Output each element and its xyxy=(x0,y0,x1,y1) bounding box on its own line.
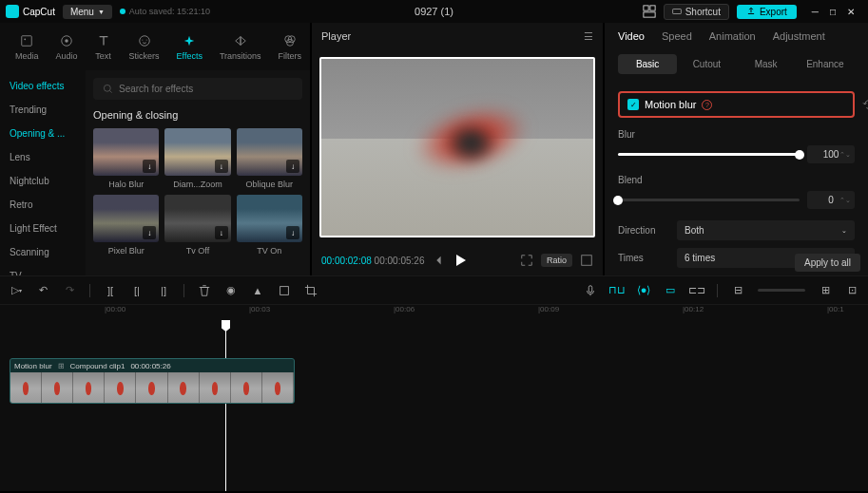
effect-card[interactable]: ↓TV On xyxy=(237,195,302,256)
zoom-in-button[interactable]: ⊞ xyxy=(819,284,832,297)
apply-all-button[interactable]: Apply to all xyxy=(795,254,860,272)
basic-subtab[interactable]: Basic xyxy=(618,54,677,74)
player-menu-icon[interactable]: ☰ xyxy=(584,30,593,43)
tab-audio[interactable]: Audio xyxy=(48,28,86,65)
blur-slider[interactable] xyxy=(618,153,800,156)
player-panel: Player ☰ 00:00:02:08 00:00:05:26 Ratio xyxy=(312,23,603,275)
direction-label: Direction xyxy=(618,225,665,236)
svg-point-8 xyxy=(139,36,149,47)
magnet-on-button[interactable]: ⊓⊔ xyxy=(610,284,624,297)
speed-tab[interactable]: Speed xyxy=(662,30,692,42)
cat-nightclub[interactable]: Nightclub xyxy=(0,169,86,193)
checkbox-icon[interactable]: ✓ xyxy=(627,99,639,110)
clip-name: Compound clip1 xyxy=(70,362,125,370)
split-button[interactable]: ]​[ xyxy=(104,284,117,297)
effect-card[interactable]: ↓Oblique Blur xyxy=(237,128,302,189)
download-icon[interactable]: ↓ xyxy=(286,160,299,173)
link-on-button[interactable]: ⟨●⟩ xyxy=(637,284,650,297)
ratio-button[interactable]: Ratio xyxy=(541,254,572,267)
effect-card[interactable]: ↓Halo Blur xyxy=(93,128,159,189)
properties-panel: Video Speed Animation Adjustment Basic C… xyxy=(605,23,868,275)
fit-button[interactable]: ⊡ xyxy=(845,284,858,297)
timeline-tracks[interactable]: ◇ 🔒 🔇 👁 Motion blur ⊞ Compound clip1 00:… xyxy=(0,324,868,491)
svg-rect-2 xyxy=(644,12,655,17)
zoom-slider[interactable] xyxy=(758,289,805,292)
cat-lens[interactable]: Lens xyxy=(0,145,86,169)
minimize-button[interactable]: ─ xyxy=(812,7,819,17)
playhead[interactable] xyxy=(225,324,226,491)
download-icon[interactable]: ↓ xyxy=(286,226,299,239)
animation-tab[interactable]: Animation xyxy=(709,30,756,42)
motion-blur-toggle[interactable]: ✓ Motion blur ? xyxy=(618,91,855,118)
reset-icon[interactable] xyxy=(862,98,868,111)
effect-card[interactable]: ↓Tv Off xyxy=(164,195,230,256)
redo-button[interactable]: ↷ xyxy=(63,284,76,297)
menu-button[interactable]: Menu ▼ xyxy=(63,5,112,19)
tab-effects[interactable]: Effects xyxy=(169,28,210,65)
export-button[interactable]: Export xyxy=(737,5,797,19)
effect-card[interactable]: ↓Pixel Blur xyxy=(93,195,159,256)
project-title: 0927 (1) xyxy=(415,6,453,17)
effects-header[interactable]: Video effects xyxy=(0,74,86,98)
adjustment-tab[interactable]: Adjustment xyxy=(773,30,825,42)
blur-value[interactable]: 100 xyxy=(807,145,855,163)
timeline-clip[interactable]: Motion blur ⊞ Compound clip1 00:00:05:26 xyxy=(10,358,295,404)
download-icon[interactable]: ↓ xyxy=(215,160,228,173)
direction-dropdown[interactable]: Both⌄ xyxy=(677,220,855,240)
timeline-ruler[interactable]: |00:00 |00:03 |00:06 |00:09 |00:12 |00:1 xyxy=(0,305,868,324)
tab-transitions[interactable]: Transitions xyxy=(212,28,269,65)
play-button[interactable] xyxy=(453,253,468,268)
player-viewport[interactable] xyxy=(319,57,595,237)
cat-retro[interactable]: Retro xyxy=(0,193,86,217)
expand-button[interactable] xyxy=(580,254,593,267)
cutout-subtab[interactable]: Cutout xyxy=(677,54,736,74)
search-input[interactable] xyxy=(93,78,302,100)
effect-card[interactable]: ↓Diam...Zoom xyxy=(164,128,230,189)
undo-button[interactable]: ↶ xyxy=(36,284,49,297)
cat-opening[interactable]: Opening & ... xyxy=(0,122,86,145)
download-icon[interactable]: ↓ xyxy=(143,226,156,239)
enhance-subtab[interactable]: Enhance xyxy=(796,54,855,74)
split-left-button[interactable]: [​| xyxy=(130,284,144,297)
cat-lighteffect[interactable]: Light Effect xyxy=(0,217,86,240)
tab-stickers[interactable]: Stickers xyxy=(122,28,167,65)
prev-frame-button[interactable] xyxy=(432,254,445,267)
record-button[interactable]: ◉ xyxy=(224,284,238,297)
svg-rect-0 xyxy=(644,6,648,10)
tab-filters[interactable]: Filters xyxy=(271,28,310,65)
times-label: Times xyxy=(618,253,665,263)
timeline-panel: ▷▾ ↶ ↷ ]​[ [​| |​] ◉ ▲ ⊓⊔ ⟨●⟩ ▭ ⊏⊐ ⊟ ⊞ ⊡… xyxy=(0,275,868,491)
shortcut-button[interactable]: Shortcut xyxy=(664,4,729,20)
svg-rect-3 xyxy=(672,9,681,14)
help-icon[interactable]: ? xyxy=(702,100,712,110)
time-display: 00:00:02:08 00:00:05:26 xyxy=(321,256,424,266)
maximize-button[interactable]: □ xyxy=(830,7,836,17)
zoom-out-button[interactable]: ⊟ xyxy=(731,284,744,297)
tab-text[interactable]: Text xyxy=(87,28,120,65)
download-icon[interactable]: ↓ xyxy=(143,160,156,173)
preview-on-button[interactable]: ▭ xyxy=(664,284,677,297)
freeze-button[interactable] xyxy=(278,284,291,297)
crop-button[interactable] xyxy=(304,284,318,297)
split-right-button[interactable]: |​] xyxy=(157,284,170,297)
cat-scanning[interactable]: Scanning xyxy=(0,240,86,264)
fullscreen-button[interactable] xyxy=(520,254,533,267)
mic-button[interactable] xyxy=(584,284,597,297)
layout-icon[interactable] xyxy=(643,5,656,18)
blend-slider[interactable] xyxy=(618,199,800,201)
download-icon[interactable]: ↓ xyxy=(215,226,228,239)
autosave-dot-icon xyxy=(120,9,125,14)
timeline-toolbar: ▷▾ ↶ ↷ ]​[ [​| |​] ◉ ▲ ⊓⊔ ⟨●⟩ ▭ ⊏⊐ ⊟ ⊞ ⊡ xyxy=(0,276,868,305)
align-button[interactable]: ⊏⊐ xyxy=(690,284,704,297)
video-tab[interactable]: Video xyxy=(618,30,645,42)
mask-subtab[interactable]: Mask xyxy=(737,54,796,74)
selection-tool[interactable]: ▷▾ xyxy=(10,284,23,297)
blend-value[interactable]: 0 xyxy=(807,191,855,209)
tab-media[interactable]: Media xyxy=(8,28,47,65)
delete-button[interactable] xyxy=(198,284,211,297)
cat-tv[interactable]: TV xyxy=(0,264,86,275)
playhead-head-icon[interactable] xyxy=(222,320,230,332)
close-button[interactable]: ✕ xyxy=(847,7,855,17)
mark-button[interactable]: ▲ xyxy=(251,284,264,297)
cat-trending[interactable]: Trending xyxy=(0,98,86,122)
